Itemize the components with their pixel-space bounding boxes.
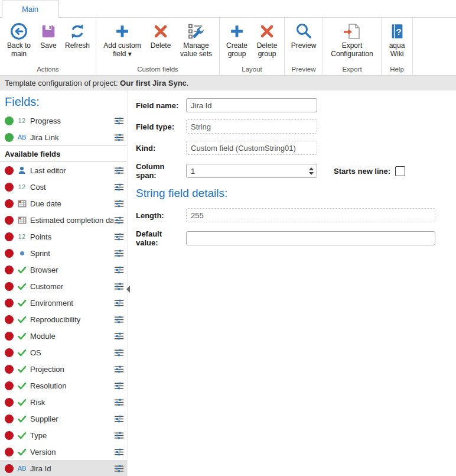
column-span-input[interactable] <box>186 164 317 178</box>
button-label: Preview <box>291 42 317 50</box>
field-list-item[interactable]: Sprint <box>0 245 127 261</box>
status-dot-icon <box>5 315 14 324</box>
field-list-item[interactable]: Customer <box>0 278 127 294</box>
drag-handle-icon[interactable] <box>113 398 125 406</box>
status-dot-icon <box>5 232 14 241</box>
available-fields-list: Last editor12CostDue dateEstimated compl… <box>0 162 127 476</box>
field-list-item[interactable]: 12Cost <box>0 179 127 195</box>
ribbon-group-label: Export <box>326 64 378 75</box>
status-dot-icon <box>5 116 14 125</box>
field-list-item[interactable]: Projection <box>0 361 127 377</box>
drag-handle-icon[interactable] <box>113 216 125 224</box>
save-button[interactable]: Save <box>37 21 60 50</box>
delete-group-button[interactable]: Delete group <box>253 21 281 59</box>
drag-handle-icon[interactable] <box>113 365 125 373</box>
field-list-item[interactable]: ABJira Link <box>0 129 127 145</box>
field-list-item[interactable]: Due date <box>0 195 127 212</box>
info-suffix: . <box>187 79 189 88</box>
status-dot-icon <box>5 332 14 341</box>
column-span-label: Column span: <box>136 162 186 180</box>
button-label: Delete group <box>253 42 281 59</box>
field-list-item[interactable]: Type <box>0 427 127 443</box>
kind-input <box>186 141 317 155</box>
status-dot-icon <box>5 398 14 407</box>
field-list-item[interactable]: 12Points <box>0 228 127 245</box>
ribbon-group-export: Export Configuration Export <box>323 18 382 75</box>
field-list-item[interactable]: Module <box>0 328 127 344</box>
drag-handle-icon[interactable] <box>113 464 125 472</box>
button-label: Add custom field ▾ <box>99 42 145 59</box>
starts-new-line-checkbox[interactable] <box>395 166 405 176</box>
delete-button[interactable]: Delete <box>147 21 174 50</box>
field-item-label: Supplier <box>30 415 113 423</box>
field-list-item[interactable]: Last editor <box>0 162 127 179</box>
drag-handle-icon[interactable] <box>113 232 125 241</box>
drag-handle-icon[interactable] <box>113 315 125 323</box>
checkmark-icon <box>15 398 28 407</box>
drag-handle-icon[interactable] <box>113 199 125 208</box>
drag-handle-icon[interactable] <box>113 265 125 274</box>
create-group-button[interactable]: Create group <box>223 21 251 59</box>
sidebar-collapse-icon[interactable] <box>126 286 130 293</box>
field-item-label: Progress <box>30 116 113 125</box>
refresh-icon <box>68 21 87 42</box>
drag-handle-icon[interactable] <box>113 332 125 340</box>
default-value-input[interactable] <box>186 231 435 245</box>
field-list-item[interactable]: Version <box>0 443 127 460</box>
field-list-item[interactable]: Environment <box>0 294 127 311</box>
button-label: Manage value sets <box>176 42 216 59</box>
field-list-item[interactable]: Browser <box>0 261 127 278</box>
button-label: Delete <box>151 42 171 50</box>
drag-handle-icon[interactable] <box>113 282 125 290</box>
field-item-label: Points <box>30 232 113 241</box>
checkmark-icon <box>15 381 28 390</box>
spinner-up-icon[interactable] <box>309 167 314 170</box>
field-item-label: Jira Link <box>30 133 113 142</box>
field-list-item[interactable]: Reproducibility <box>0 311 127 328</box>
button-label: aqua Wiki <box>385 42 409 59</box>
field-list-item[interactable]: OS <box>0 344 127 361</box>
field-list-item[interactable]: Resolution <box>0 377 127 394</box>
drag-handle-icon[interactable] <box>113 249 125 257</box>
add-custom-field-button[interactable]: Add custom field ▾ <box>99 21 145 59</box>
export-configuration-button[interactable]: Export Configuration <box>326 21 378 59</box>
aqua-wiki-button[interactable]: ? aqua Wiki <box>385 21 409 59</box>
status-dot-icon <box>5 365 14 374</box>
drag-handle-icon[interactable] <box>113 299 125 307</box>
drag-handle-icon[interactable] <box>113 348 125 357</box>
drag-handle-icon[interactable] <box>113 381 125 390</box>
main-content: Fields: 12ProgressABJira Link Available … <box>0 90 456 476</box>
kind-label: Kind: <box>136 144 186 153</box>
status-dot-icon <box>5 348 14 357</box>
drag-handle-icon[interactable] <box>113 431 125 439</box>
field-list-item[interactable]: Risk <box>0 394 127 410</box>
field-list-item[interactable]: Supplier <box>0 410 127 427</box>
drag-handle-icon[interactable] <box>113 415 125 423</box>
value-sets-wrench-icon <box>187 21 206 42</box>
default-value-label: Default value: <box>136 229 186 247</box>
field-list-item[interactable]: 12Progress <box>0 112 127 129</box>
spinner-down-icon[interactable] <box>309 172 314 175</box>
back-arrow-circle-icon <box>9 21 28 42</box>
field-name-input[interactable] <box>186 98 317 112</box>
assigned-fields-list: 12ProgressABJira Link <box>0 112 127 145</box>
field-item-label: Browser <box>30 265 113 274</box>
preview-button[interactable]: Preview <box>288 21 320 50</box>
drag-handle-icon[interactable] <box>113 183 125 191</box>
drag-handle-icon[interactable] <box>113 116 125 125</box>
field-list-item[interactable]: ABJira Id <box>0 460 127 476</box>
back-to-main-button[interactable]: Back to main <box>3 21 35 59</box>
drag-handle-icon[interactable] <box>113 166 125 174</box>
tab-main[interactable]: Main <box>2 1 58 18</box>
delete-x-icon <box>258 21 276 42</box>
manage-value-sets-button[interactable]: Manage value sets <box>176 21 216 59</box>
drag-handle-icon[interactable] <box>113 448 125 456</box>
checkmark-icon <box>15 448 28 456</box>
status-dot-icon <box>5 431 14 440</box>
field-item-label: Resolution <box>30 381 113 390</box>
button-label: Save <box>40 42 56 50</box>
column-span-stepper <box>309 164 314 178</box>
drag-handle-icon[interactable] <box>113 133 125 141</box>
field-list-item[interactable]: Estimated completion dat <box>0 212 127 228</box>
refresh-button[interactable]: Refresh <box>62 21 93 50</box>
